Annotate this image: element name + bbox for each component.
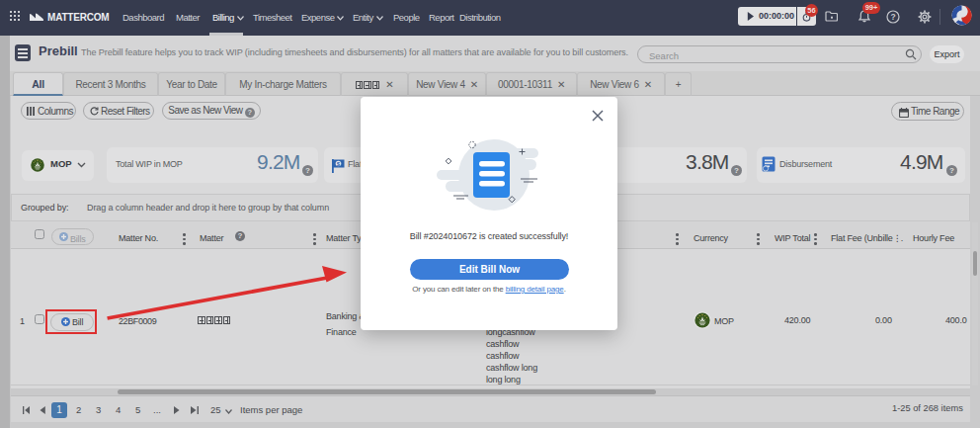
- svg-text:?: ?: [890, 12, 895, 22]
